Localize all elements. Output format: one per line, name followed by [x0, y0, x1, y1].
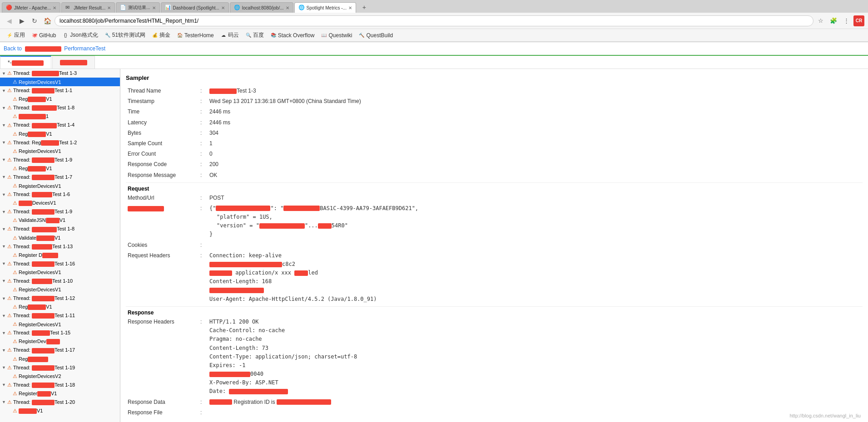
browser-tab-2[interactable]: ✉ JMeter Result... ✕	[61, 2, 115, 13]
bookmark-questbuild[interactable]: 🔨 QuestBuild	[356, 31, 396, 39]
tree-node-2[interactable]: ⚠ RegisterDevicesV1	[0, 78, 120, 86]
sampler-row-response-code: Response Code : 200	[126, 159, 863, 170]
tree-node-8[interactable]: ⚠ RegV1	[0, 130, 120, 138]
sampler-row-error-count: Error Count : 0	[126, 149, 863, 159]
bookmark-51[interactable]: 🔧 51软件测试网	[102, 30, 148, 40]
tree-node-35[interactable]: ▼ ⚠ Thread: Test 1-19	[0, 363, 120, 372]
bookmark-zhajin[interactable]: 💰 摘金	[149, 30, 173, 40]
tab-close-3[interactable]: ✕	[152, 5, 156, 10]
bookmark-github[interactable]: 🐙 GitHub	[29, 31, 59, 39]
time-colon: :	[198, 107, 208, 117]
tree-node-19[interactable]: ▼ ⚠ Thread: Test 1-8	[0, 225, 120, 233]
new-tab-button[interactable]: +	[359, 2, 370, 13]
tree-node-6[interactable]: ⚠ 1	[0, 112, 120, 121]
tree-node-7[interactable]: ▼ ⚠ Thread: Test 1-4	[0, 121, 120, 129]
address-bar[interactable]	[55, 15, 813, 26]
tree-node-30[interactable]: ⚠ RegisterDevicesV1	[0, 320, 120, 329]
tree-node-21[interactable]: ▼ ⚠ Thread: Test 1-13	[0, 242, 120, 251]
tree-node-15[interactable]: ▼ ⚠ Thread: Test 1-6	[0, 190, 120, 199]
page-tab-1[interactable]: *-	[0, 56, 51, 69]
tree-node-22[interactable]: ⚠ Register D	[0, 251, 120, 260]
tree-label-33: Thread: Test 1-17	[13, 347, 75, 353]
bookmark-51-label: 51软件测试网	[112, 31, 145, 39]
bookmark-questbuild-label: QuestBuild	[366, 32, 393, 39]
tree-node-23[interactable]: ▼ ⚠ Thread: Test 1-16	[0, 260, 120, 268]
tree-label-3: Thread: Test 1-1	[13, 88, 72, 93]
tree-label-7: Thread: Test 1-4	[13, 122, 74, 128]
tree-node-25[interactable]: ▼ ⚠ Thread: Test 1-10	[0, 277, 120, 285]
sampler-info-table: Thread Name : Test 1-3 Timestamp : Wed S…	[126, 86, 863, 181]
bookmark-questwiki[interactable]: 📖 Questwiki	[318, 31, 355, 39]
tree-node-4[interactable]: ⚠ RegV1	[0, 95, 120, 103]
tree-node-24[interactable]: ⚠ RegisterDevicesV1	[0, 268, 120, 277]
response-message-colon: :	[198, 170, 208, 181]
tree-node-14[interactable]: ⚠ RegisterDevicesV1	[0, 182, 120, 190]
latency-label: Latency	[126, 118, 198, 128]
bookmark-json[interactable]: {} Json格式化	[60, 30, 100, 40]
tree-node-13[interactable]: ▼ ⚠ Thread: Test 1-7	[0, 173, 120, 182]
tree-node-37[interactable]: ▼ ⚠ Thread: Test 1-18	[0, 381, 120, 389]
tree-node-34[interactable]: ⚠ Reg	[0, 355, 120, 363]
response-data-value: Registration ID is	[208, 397, 863, 407]
tree-node-32[interactable]: ⚠ RegisterDev	[0, 337, 120, 346]
tree-toggle-37: ▼	[2, 383, 7, 387]
tree-node-39[interactable]: ▼ ⚠ Thread: Test 1-20	[0, 398, 120, 407]
tree-node-20[interactable]: ⚠ ValidateV1	[0, 234, 120, 242]
browser-tab-6[interactable]: 🌐 Spotlight Metrics -... ✕	[294, 2, 356, 13]
browser-tab-5[interactable]: 🌐 localhost:8080/job/... ✕	[230, 2, 293, 13]
tree-node-26[interactable]: ⚠ RegisterDevicesV1	[0, 285, 120, 294]
tree-node-27[interactable]: ▼ ⚠ Thread: Test 1-12	[0, 294, 120, 303]
chrome-menu-button[interactable]: CR	[853, 15, 864, 26]
tree-node-16[interactable]: ⚠ DevicesV1	[0, 199, 120, 207]
browser-tab-4[interactable]: 📊 Dashboard (Spotlight... ✕	[161, 2, 229, 13]
bookmark-baidu[interactable]: 🔍 百度	[243, 30, 267, 40]
tree-node-5[interactable]: ▼ ⚠ Thread: Test 1-8	[0, 103, 120, 112]
browser-tab-1[interactable]: 🔴 JMeter - Apache... ✕	[2, 2, 60, 13]
browser-tab-3[interactable]: 📄 测试结果... ✕	[116, 2, 159, 13]
tree-node-3[interactable]: ▼ ⚠ Thread: Test 1-1	[0, 86, 120, 95]
bookmark-star-button[interactable]: ☆	[815, 15, 826, 26]
response-file-value	[208, 407, 863, 418]
json-icon: {}	[62, 32, 69, 39]
reload-button[interactable]: ↻	[29, 15, 40, 26]
warning-icon-32: ⚠	[13, 339, 17, 344]
tree-node-11[interactable]: ▼ ⚠ Thread: Test 1-9	[0, 156, 120, 164]
bookmark-stackoverflow[interactable]: 📚 Stack Overflow	[268, 31, 317, 39]
bookmark-testerhome[interactable]: 🏠 TesterHome	[174, 31, 217, 39]
tab-close-4[interactable]: ✕	[221, 5, 225, 10]
page-tab-2[interactable]	[52, 56, 95, 69]
extensions-button[interactable]: 🧩	[828, 15, 839, 26]
tree-node-10[interactable]: ⚠ RegisterDevicesV1	[0, 147, 120, 156]
tree-node-40[interactable]: ⚠ V1	[0, 407, 120, 415]
back-to-performance-test-link[interactable]: Back to PerformanceTest	[4, 45, 105, 52]
tree-node-18[interactable]: ⚠ ValidateJSNV1	[0, 216, 120, 225]
warning-icon-25: ⚠	[7, 278, 12, 284]
tree-toggle-29: ▼	[2, 314, 7, 318]
tree-label-11: Thread: Test 1-9	[13, 157, 72, 163]
time-value: 2446 ms	[208, 107, 863, 117]
tree-node-1[interactable]: ▼ ⚠ Thread: Test 1-3	[0, 69, 120, 78]
warning-icon-18: ⚠	[13, 217, 17, 223]
back-button[interactable]: ◀	[4, 15, 15, 26]
tab-close-5[interactable]: ✕	[286, 5, 289, 10]
sampler-row-timestamp: Timestamp : Wed Sep 13 2017 13:36:18 GMT…	[126, 96, 863, 107]
tree-node-29[interactable]: ▼ ⚠ Thread: Test 1-11	[0, 311, 120, 320]
tree-node-31[interactable]: ▼ ⚠ Thread: Test 1-15	[0, 329, 120, 337]
tree-node-17[interactable]: ▼ ⚠ Thread: Test 1-9	[0, 207, 120, 216]
tree-node-36[interactable]: ⚠ RegisterDevicesV2	[0, 372, 120, 381]
warning-icon-23: ⚠	[7, 261, 12, 267]
bookmark-questwiki-label: Questwiki	[328, 32, 352, 39]
forward-button[interactable]: ▶	[16, 15, 27, 26]
tree-node-12[interactable]: ⚠ RegV1	[0, 164, 120, 173]
menu-button[interactable]: ⋮	[841, 15, 852, 26]
tree-node-9[interactable]: ▼ ⚠ Thread: RegTest 1-2	[0, 138, 120, 147]
bookmark-mayun[interactable]: ☁ 码云	[218, 30, 242, 40]
tree-node-33[interactable]: ▼ ⚠ Thread: Test 1-17	[0, 346, 120, 354]
tab-close-6[interactable]: ✕	[348, 5, 352, 10]
bookmark-apps[interactable]: ⚡ 应用	[4, 30, 28, 40]
home-button[interactable]: 🏠	[42, 15, 53, 26]
tree-node-38[interactable]: ⚠ RegisterV1	[0, 389, 120, 398]
tree-node-28[interactable]: ⚠ RegV1	[0, 303, 120, 311]
tab-close-1[interactable]: ✕	[53, 5, 56, 10]
tab-close-2[interactable]: ✕	[107, 5, 111, 10]
